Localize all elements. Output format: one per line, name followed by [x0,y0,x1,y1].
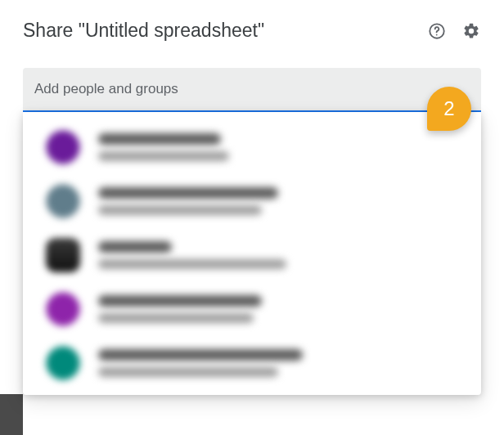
list-item[interactable] [23,228,481,282]
add-people-input[interactable] [23,68,481,112]
list-item[interactable] [23,120,481,174]
person-email-blur [98,205,262,215]
dialog-title: Share "Untitled spreadsheet" [23,20,264,42]
person-text [98,349,303,377]
avatar [46,346,80,380]
person-email-blur [98,367,278,377]
list-item[interactable] [23,282,481,336]
person-email-blur [98,313,254,323]
person-name-blur [98,295,262,307]
person-text [98,295,262,323]
person-name-blur [98,133,221,145]
header-actions [427,21,481,41]
list-item[interactable] [23,174,481,228]
person-name-blur [98,241,172,253]
background-strip [0,394,23,435]
dialog-header: Share "Untitled spreadsheet" [0,0,504,48]
person-text [98,187,278,215]
avatar [46,184,80,218]
person-email-blur [98,259,286,269]
person-name-blur [98,349,303,361]
help-icon[interactable] [427,21,447,41]
avatar [46,238,80,272]
avatar [46,292,80,326]
step-number: 2 [443,97,454,120]
people-input-wrap [23,68,481,112]
svg-point-1 [436,34,438,35]
step-callout: 2 [427,87,471,131]
person-email-blur [98,151,229,161]
people-suggestions [23,112,481,395]
person-text [98,241,286,269]
person-name-blur [98,187,278,199]
person-text [98,133,229,161]
list-item[interactable] [23,336,481,390]
gear-icon[interactable] [461,21,481,41]
avatar [46,130,80,164]
